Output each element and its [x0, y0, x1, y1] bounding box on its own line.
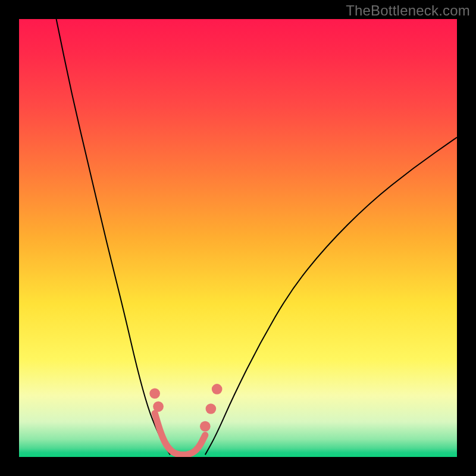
- marker-right-dot-a: [200, 421, 211, 432]
- marker-left-dot-lower: [153, 402, 164, 412]
- series-valley-floor: [155, 413, 205, 455]
- marker-right-dot-c: [212, 384, 223, 394]
- marker-right-dot-b: [206, 403, 217, 414]
- series-right-arm: [205, 137, 457, 455]
- attribution-text: TheBottleneck.com: [346, 2, 470, 19]
- chart-overlay: [19, 19, 457, 457]
- plot-area: [19, 19, 457, 457]
- chart-stage: TheBottleneck.com: [0, 0, 476, 476]
- marker-left-dot-upper: [149, 388, 160, 399]
